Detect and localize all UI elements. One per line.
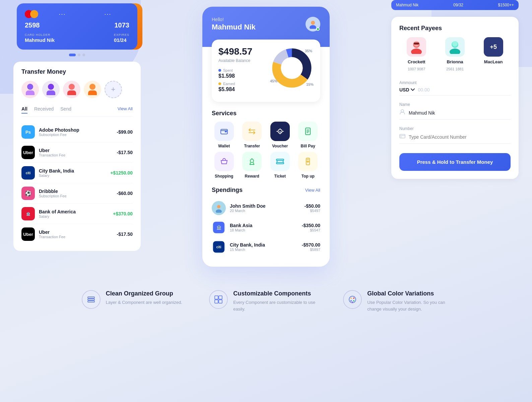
spendings-view-all[interactable]: View All — [305, 188, 320, 193]
payee-maclean[interactable]: +5 MacLean — [476, 37, 511, 71]
available-label: Available Balance — [218, 58, 265, 63]
transfer-avatar-4[interactable] — [84, 81, 101, 98]
tx-amount-4: -$60.00 — [117, 191, 133, 196]
spending-item-1: John Smith Doe 20 March -$50.00 $5497 — [212, 198, 320, 218]
center-card: Hello! Mahmud Nik $498 — [202, 7, 330, 267]
spent-dot — [218, 69, 221, 72]
svg-point-13 — [225, 163, 225, 164]
card-number-input[interactable] — [409, 134, 511, 140]
tx-amount-2: -$17.50 — [117, 150, 133, 155]
svg-point-26 — [401, 110, 404, 112]
spending-avatar-1 — [212, 201, 226, 215]
name-field-row — [399, 109, 511, 120]
feature-organized-title: Clean Organized Group — [106, 290, 182, 297]
table-row: 🏦 Bank of America Salary +$370.00 — [21, 204, 133, 224]
crockett-avatar — [407, 37, 426, 57]
feature-organized-desc: Layer & Component are well organized. — [106, 299, 182, 306]
amount-form-group: Ammount USD — [399, 80, 511, 95]
header-username: Mahmud Nik — [212, 23, 256, 31]
tab-received[interactable]: Received — [34, 106, 54, 114]
tx-name-2: Uber — [39, 148, 113, 153]
tx-info-5: Bank of America Salary — [39, 209, 109, 218]
layers-icon-wrap — [82, 290, 101, 309]
transfer-money-button[interactable]: Press & Hold to Transfer Money — [399, 153, 511, 171]
card-svg — [399, 133, 405, 139]
service-shopping[interactable]: Shopping — [212, 152, 237, 179]
ps-icon: Ps — [21, 125, 35, 139]
hello-text: Hello! — [212, 17, 256, 22]
shopping-label: Shopping — [215, 174, 233, 179]
number-form-group: Number — [399, 126, 511, 144]
earned-label: Earned — [218, 82, 265, 86]
service-ticket[interactable]: Ticket — [268, 152, 292, 179]
more-payees-avatar: +5 — [484, 37, 503, 57]
tx-sub-3: Salary — [39, 174, 106, 178]
feature-customizable-content: Customizable Components Every Component … — [233, 290, 316, 312]
service-billpay[interactable]: Bill Pay — [296, 122, 321, 148]
tx-sub-1: Subscription Fee — [39, 133, 113, 137]
svg-rect-29 — [88, 301, 94, 302]
svg-point-40 — [350, 300, 352, 302]
top-bar-number: 09/32 — [453, 3, 463, 7]
service-wallet[interactable]: Wallet — [212, 122, 237, 148]
tab-all[interactable]: All — [21, 106, 27, 114]
transfer-avatar-1[interactable] — [21, 81, 39, 98]
spendings-section: Spendings View All John Smith Doe — [212, 187, 320, 257]
topup-label: Top up — [302, 174, 315, 179]
ticket-label: Ticket — [274, 174, 286, 179]
chevron-down-icon — [411, 88, 415, 91]
currency-select[interactable]: USD — [399, 87, 415, 92]
currency-value: USD — [399, 87, 409, 92]
svg-point-39 — [353, 300, 354, 302]
earned-dot — [218, 82, 221, 85]
spending-amount-2: -$350.00 — [302, 223, 320, 228]
table-row: Uber Uber Transaction Fee -$17.50 — [21, 224, 133, 244]
person-svg — [399, 109, 405, 115]
card-icon — [399, 133, 405, 141]
tx-name-4: Dribbble — [39, 189, 113, 194]
balance-card: $498.57 Available Balance Spent $1.598 — [212, 40, 320, 102]
brionna-avatar — [445, 37, 465, 57]
service-transfer[interactable]: Transfer — [240, 122, 265, 148]
mc-circle-orange — [30, 10, 38, 18]
amount-label: Ammount — [399, 80, 511, 85]
transfer-avatar-2[interactable] — [42, 81, 60, 98]
feature-colors: Global Color Variations Use Popular Colo… — [343, 290, 450, 312]
services-section: Services Wallet — [212, 110, 320, 179]
service-reward[interactable]: Reward — [240, 152, 265, 179]
service-voucher[interactable]: % Voucher — [268, 122, 292, 148]
reward-label: Reward — [245, 174, 259, 179]
services-title: Services — [212, 110, 320, 117]
credit-card: ··· ··· 2598 1073 CARD HOLDER Mahmud Nik — [17, 3, 137, 50]
dot-2 — [82, 54, 85, 56]
wallet-icon-box — [214, 122, 234, 141]
components-icon-wrap — [209, 290, 228, 309]
crockett-svg — [410, 40, 423, 54]
view-all-link[interactable]: View All — [118, 106, 133, 114]
dot-active — [69, 54, 76, 56]
payee-crockett[interactable]: Crockett 1007 9087 — [399, 37, 434, 71]
svg-point-25 — [452, 41, 458, 47]
card-num-left: 2598 — [25, 21, 40, 29]
amount-input[interactable] — [418, 87, 511, 92]
add-transfer-button[interactable]: + — [105, 81, 122, 98]
tx-sub-6: Transaction Fee — [39, 235, 113, 239]
top-bar-name: Mahmud Nik — [396, 3, 418, 7]
name-input[interactable] — [409, 110, 511, 116]
spendings-title: Spendings — [212, 187, 243, 194]
donut-chart: 35% 45% 15% — [270, 46, 314, 90]
transaction-tabs: All Received Send View All — [21, 106, 133, 117]
left-phone-panel: ··· ··· 2598 1073 CARD HOLDER Mahmud Nik — [10, 0, 144, 267]
payee-brionna[interactable]: Brionna 2561 1881 — [438, 37, 472, 71]
tx-amount-1: -$99.00 — [117, 129, 133, 135]
spending-avatar-2: 🏦 — [212, 220, 226, 234]
tab-send[interactable]: Send — [60, 106, 71, 114]
voucher-label: Voucher — [272, 144, 288, 148]
svg-rect-15 — [277, 160, 283, 162]
slider-dots — [10, 54, 144, 56]
service-topup[interactable]: Top up — [296, 152, 321, 179]
number-label: Number — [399, 126, 511, 131]
earned-value: $5.984 — [218, 86, 265, 92]
tx-sub-5: Salary — [39, 214, 109, 218]
transfer-avatar-3[interactable] — [63, 81, 80, 98]
